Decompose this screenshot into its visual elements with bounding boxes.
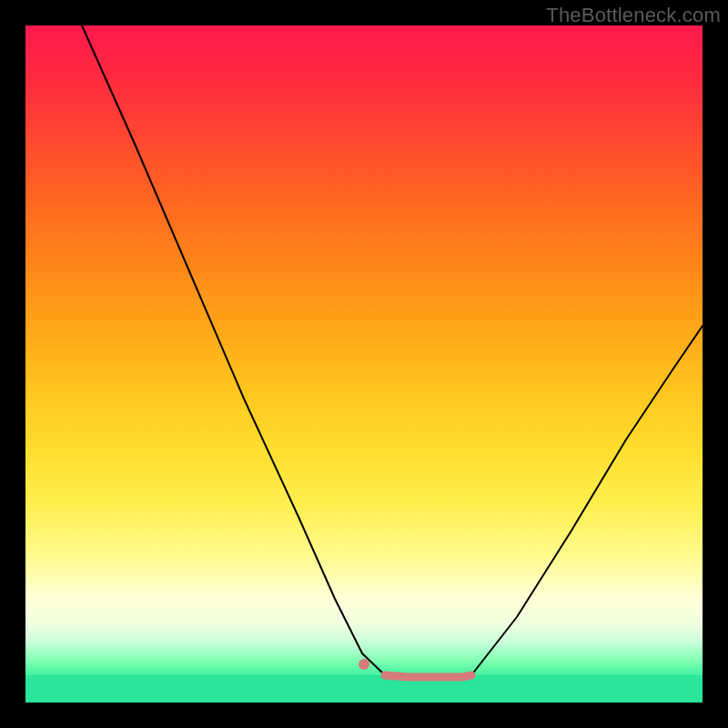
chart-plot-area [25,25,703,703]
left-curve-line [82,25,385,675]
curve-overlay [25,25,703,703]
watermark-text: TheBottleneck.com [546,4,721,27]
right-curve-line [471,326,703,675]
trough-flat-line [385,675,471,677]
trough-start-dot [359,659,369,670]
